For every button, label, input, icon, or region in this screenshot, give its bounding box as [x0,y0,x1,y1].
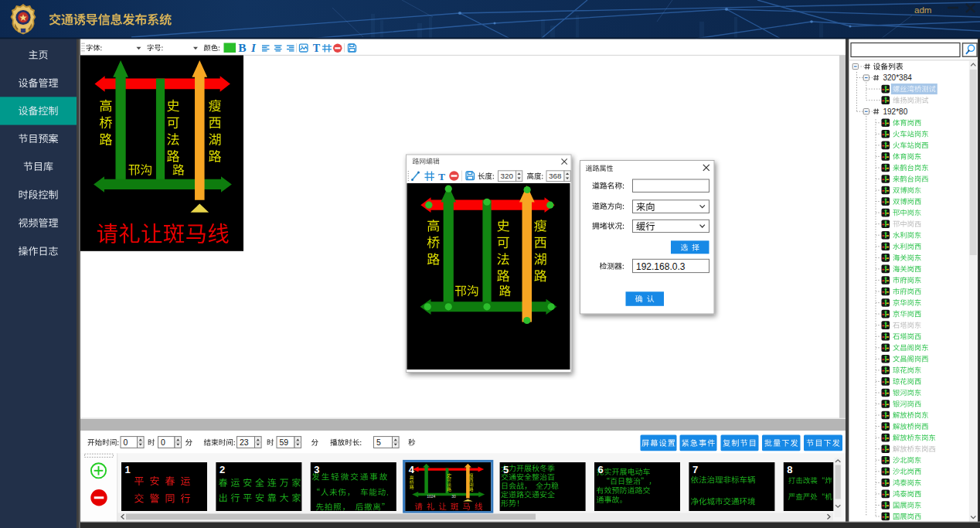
svg-text:1024: 1024 [427,494,435,499]
svg-text:adm: adm [914,5,931,15]
svg-text:192*80: 192*80 [883,107,908,116]
svg-text:I: I [250,42,257,54]
svg-text:2: 2 [219,464,225,475]
svg-text:0: 0 [161,438,165,447]
svg-text:4: 4 [409,464,415,475]
svg-text:B: B [238,41,246,54]
svg-text:5: 5 [503,464,509,475]
svg-text:3: 3 [314,464,319,475]
svg-text:T: T [438,171,445,182]
svg-text:320: 320 [501,172,514,180]
svg-text:59: 59 [280,438,289,447]
svg-text:30: 30 [451,494,456,499]
svg-text:8: 8 [787,464,792,475]
svg-text:6: 6 [598,464,604,475]
svg-text:T: T [313,43,321,54]
svg-text:7: 7 [692,464,698,475]
svg-text:320*384: 320*384 [883,73,913,82]
svg-text:23: 23 [240,438,249,447]
svg-text:0: 0 [124,438,128,447]
svg-text:1: 1 [125,464,131,475]
svg-text:368: 368 [549,172,562,180]
svg-text:5: 5 [376,438,381,447]
svg-text:192.168.0.3: 192.168.0.3 [636,261,686,272]
